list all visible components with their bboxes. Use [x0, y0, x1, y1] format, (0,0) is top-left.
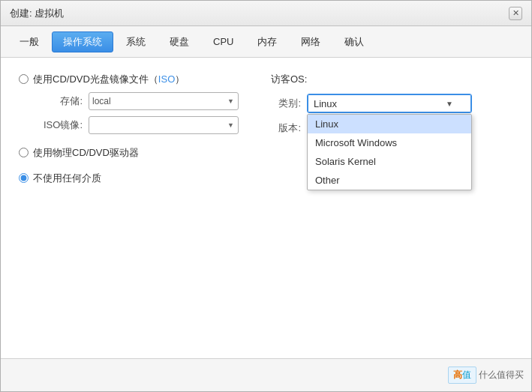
- dropdown-item-solaris[interactable]: Solaris Kernel: [308, 152, 471, 171]
- tab-os[interactable]: 操作系统: [52, 31, 113, 52]
- toolbar: 一般 操作系统 系统 硬盘 CPU 内存 网络 确认: [1, 26, 531, 58]
- tab-network[interactable]: 网络: [290, 31, 332, 52]
- physical-drive-radio[interactable]: [19, 148, 29, 157]
- category-select-container: Linux ▼ Linux Microsoft Windows Solaris …: [307, 94, 472, 113]
- physical-drive-label[interactable]: 使用物理CD/DVD驱动器: [33, 146, 139, 160]
- tab-disk[interactable]: 硬盘: [158, 31, 200, 52]
- category-dropdown-arrow: ▼: [446, 100, 453, 108]
- category-select-trigger[interactable]: Linux ▼: [307, 94, 472, 113]
- category-selected-value: Linux: [314, 98, 337, 109]
- watermark-site: 什么值得买: [479, 369, 524, 382]
- tab-system[interactable]: 系统: [115, 31, 157, 52]
- tab-memory[interactable]: 内存: [246, 31, 288, 52]
- iso-label[interactable]: 使用CD/DVD光盘镜像文件（ISO）: [33, 73, 185, 86]
- visitor-os-title: 访客OS:: [271, 73, 511, 86]
- title-bar: 创建: 虚拟机 ✕: [1, 1, 531, 26]
- tab-cpu[interactable]: CPU: [202, 32, 245, 51]
- storage-select[interactable]: local: [89, 92, 239, 110]
- visitor-os-panel: 访客OS: 类别: Linux ▼ Linux Microsoft Window…: [271, 73, 511, 143]
- dropdown-item-linux[interactable]: Linux: [308, 115, 471, 133]
- footer: 高值 什么值得买: [1, 358, 531, 391]
- dropdown-item-other[interactable]: Other: [308, 171, 471, 190]
- iso-radio[interactable]: [19, 74, 29, 84]
- no-media-radio[interactable]: [19, 173, 29, 183]
- dialog-title: 创建: 虚拟机: [10, 7, 64, 20]
- close-button[interactable]: ✕: [509, 7, 522, 20]
- no-media-label[interactable]: 不使用任何介质: [33, 172, 101, 185]
- tab-confirm[interactable]: 确认: [333, 31, 375, 52]
- category-label: 类别:: [271, 97, 301, 110]
- watermark-area: 高值 什么值得买: [448, 367, 524, 384]
- dialog: 创建: 虚拟机 ✕ 一般 操作系统 系统 硬盘 CPU 内存 网络 确认 使用C…: [0, 0, 532, 392]
- iso-image-select[interactable]: [89, 116, 239, 134]
- watermark-high-value: 高值: [448, 367, 476, 384]
- storage-label: 存储:: [34, 94, 83, 108]
- high-char: 高: [453, 370, 462, 380]
- storage-select-wrapper: local: [89, 92, 239, 110]
- iso-image-label: ISO镜像:: [34, 118, 83, 132]
- category-row: 类别: Linux ▼ Linux Microsoft Windows Sola…: [271, 94, 511, 113]
- close-icon: ✕: [512, 8, 519, 18]
- category-dropdown: Linux Microsoft Windows Solaris Kernel O…: [307, 114, 472, 190]
- version-label: 版本:: [271, 121, 301, 135]
- content-area: 使用CD/DVD光盘镜像文件（ISO） 存储: local ISO镜像:: [1, 58, 531, 358]
- dropdown-item-windows[interactable]: Microsoft Windows: [308, 133, 471, 152]
- iso-image-select-wrapper: [89, 116, 239, 134]
- value-char: 值: [462, 370, 471, 380]
- tab-general[interactable]: 一般: [8, 31, 50, 52]
